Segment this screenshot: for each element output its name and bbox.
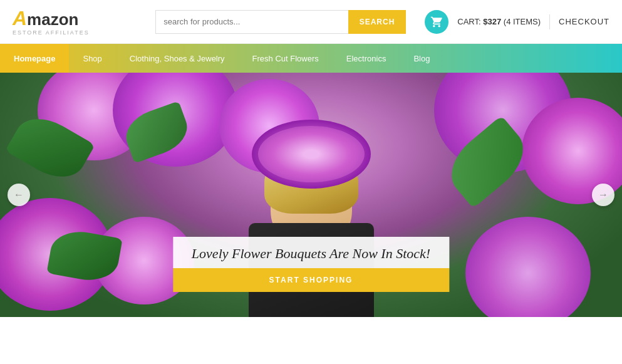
nav-item-shop[interactable]: Shop: [69, 44, 115, 73]
main-nav: Homepage Shop Clothing, Shoes & Jewelry …: [0, 44, 622, 73]
hero-title: Lovely Flower Bouquets Are Now In Stock!: [192, 246, 430, 262]
logo-text: Amazon: [13, 8, 90, 28]
cart-text: CART: $327 (4 ITEMS): [457, 17, 541, 26]
cart-label: CART:: [457, 17, 480, 26]
cart-area: CART: $327 (4 ITEMS) ChECKOUT: [425, 10, 609, 34]
logo-letter: A: [13, 7, 27, 29]
nav-item-flowers[interactable]: Fresh Cut Flowers: [239, 44, 333, 73]
next-slide-button[interactable]: →: [592, 184, 614, 206]
checkout-link[interactable]: ChECKOUT: [559, 17, 609, 26]
search-area: SEARCH: [155, 10, 406, 34]
search-input[interactable]: [155, 10, 348, 34]
cart-amount: $327: [483, 17, 501, 26]
cart-icon-button[interactable]: [425, 10, 448, 34]
hero-title-box: Lovely Flower Bouquets Are Now In Stock!: [173, 237, 449, 268]
logo-subtitle: ESTORE AFFILIATES: [13, 29, 90, 36]
flower-crown: [252, 120, 371, 189]
start-shopping-button[interactable]: START SHOPPING: [173, 268, 449, 292]
site-header: Amazon ESTORE AFFILIATES SEARCH CART: $3…: [0, 0, 622, 44]
logo-name: mazon: [27, 10, 78, 29]
search-button[interactable]: SEARCH: [348, 10, 407, 34]
flower-decoration: [465, 217, 591, 317]
nav-item-homepage[interactable]: Homepage: [0, 44, 69, 73]
hero-slider: ← → Lovely Flower Bouquets Are Now In St…: [0, 73, 622, 317]
nav-item-clothing[interactable]: Clothing, Shoes & Jewelry: [116, 44, 239, 73]
header-divider: [549, 14, 550, 29]
cart-items: (4 ITEMS): [504, 17, 541, 26]
nav-item-blog[interactable]: Blog: [400, 44, 443, 73]
hero-cta: Lovely Flower Bouquets Are Now In Stock!…: [173, 237, 449, 292]
logo[interactable]: Amazon ESTORE AFFILIATES: [13, 8, 90, 36]
prev-slide-button[interactable]: ←: [8, 184, 30, 206]
cart-icon: [430, 16, 443, 28]
nav-item-electronics[interactable]: Electronics: [333, 44, 400, 73]
